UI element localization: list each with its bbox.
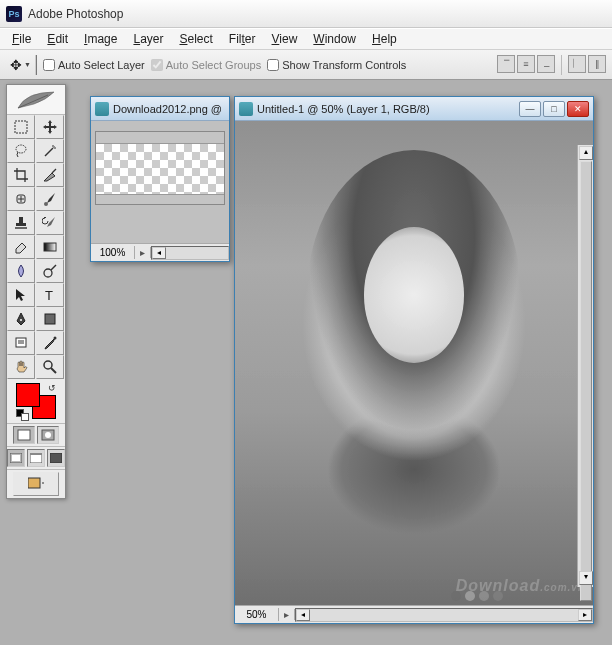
auto-select-groups-label: Auto Select Groups xyxy=(166,59,261,71)
menu-layer[interactable]: Layer xyxy=(125,30,171,48)
doc1-titlebar[interactable]: Download2012.png @ xyxy=(91,97,229,121)
menu-filter[interactable]: Filter xyxy=(221,30,264,48)
scroll-left-icon[interactable]: ◂ xyxy=(296,609,310,621)
quickmask-row xyxy=(7,423,65,446)
move-tool-icon: ✥ xyxy=(10,57,22,73)
current-tool-indicator[interactable]: ✥ ▼ xyxy=(6,55,37,75)
default-colors-icon[interactable] xyxy=(16,409,26,419)
crop-tool[interactable] xyxy=(7,163,35,187)
quickmask-icon xyxy=(41,429,55,441)
screen-full-button[interactable] xyxy=(47,449,65,467)
toolbox-header[interactable] xyxy=(7,85,65,115)
close-button[interactable]: ✕ xyxy=(567,101,589,117)
auto-select-groups-checkbox[interactable]: Auto Select Groups xyxy=(151,59,261,71)
lasso-tool[interactable] xyxy=(7,139,35,163)
menu-select[interactable]: Select xyxy=(171,30,220,48)
shape-tool[interactable] xyxy=(36,307,64,331)
svg-text:T: T xyxy=(45,288,53,303)
doc2-vscrollbar[interactable]: ▴ ▾ xyxy=(577,145,593,587)
menu-window[interactable]: Window xyxy=(305,30,364,48)
screen-standard-button[interactable] xyxy=(7,449,25,467)
scroll-left-icon[interactable]: ◂ xyxy=(152,247,166,259)
menu-file[interactable]: File xyxy=(4,30,39,48)
doc2-image-content: Download.com.vn xyxy=(235,121,593,605)
foreground-color-swatch[interactable] xyxy=(16,383,40,407)
document-icon xyxy=(95,102,109,116)
standard-mode-button[interactable] xyxy=(13,426,35,444)
doc2-hscrollbar[interactable]: ◂ ▸ xyxy=(295,608,593,622)
show-transform-label: Show Transform Controls xyxy=(282,59,406,71)
toolbox-panel[interactable]: T ↺ xyxy=(6,84,66,499)
jump-row xyxy=(7,469,65,498)
blur-tool[interactable] xyxy=(7,259,35,283)
document-window-1[interactable]: Download2012.png @ 100% ▸ ◂ xyxy=(90,96,230,262)
maximize-button[interactable]: □ xyxy=(543,101,565,117)
imageready-icon xyxy=(28,476,44,492)
doc2-titlebar[interactable]: Untitled-1 @ 50% (Layer 1, RGB/8) ― □ ✕ xyxy=(235,97,593,121)
align-top-button[interactable]: ⎺ xyxy=(497,55,515,73)
svg-rect-8 xyxy=(15,227,27,229)
doc1-status-menu[interactable]: ▸ xyxy=(135,247,151,258)
hand-tool[interactable] xyxy=(7,355,35,379)
menu-image[interactable]: Image xyxy=(76,30,125,48)
zoom-tool[interactable] xyxy=(36,355,64,379)
close-icon: ✕ xyxy=(574,104,582,114)
menu-help[interactable]: Help xyxy=(364,30,405,48)
titlebar: Ps Adobe Photoshop xyxy=(0,0,612,28)
screen-full-menu-button[interactable] xyxy=(27,449,45,467)
heal-tool[interactable] xyxy=(7,187,35,211)
menu-view[interactable]: View xyxy=(264,30,306,48)
window-menubar-icon xyxy=(30,453,42,463)
scroll-down-icon[interactable]: ▾ xyxy=(579,571,593,585)
doc1-statusbar: 100% ▸ ◂ xyxy=(91,243,229,261)
gradient-tool[interactable] xyxy=(36,235,64,259)
minimize-icon: ― xyxy=(526,104,535,114)
doc1-canvas[interactable] xyxy=(91,121,229,243)
align-bottom-button[interactable]: ⎽ xyxy=(537,55,555,73)
show-transform-checkbox[interactable]: Show Transform Controls xyxy=(267,59,406,71)
auto-select-layer-input[interactable] xyxy=(43,59,55,71)
stamp-tool[interactable] xyxy=(7,211,35,235)
align-left-button[interactable]: ⎸ xyxy=(568,55,586,73)
history-brush-tool[interactable] xyxy=(36,211,64,235)
quickmask-mode-button[interactable] xyxy=(37,426,59,444)
jump-to-imageready-button[interactable] xyxy=(13,472,59,496)
wand-tool[interactable] xyxy=(36,139,64,163)
eraser-tool[interactable] xyxy=(7,235,35,259)
window-buttons: ― □ ✕ xyxy=(519,101,589,117)
doc1-hscrollbar[interactable]: ◂ xyxy=(151,246,229,260)
slice-tool[interactable] xyxy=(36,163,64,187)
document-window-2[interactable]: Untitled-1 @ 50% (Layer 1, RGB/8) ― □ ✕ … xyxy=(234,96,594,624)
swap-colors-icon[interactable]: ↺ xyxy=(48,383,56,393)
svg-rect-25 xyxy=(12,455,20,461)
type-tool[interactable]: T xyxy=(36,283,64,307)
document-icon xyxy=(239,102,253,116)
marquee-tool[interactable] xyxy=(7,115,35,139)
doc2-zoom-field[interactable]: 50% xyxy=(235,608,279,621)
doc2-status-menu[interactable]: ▸ xyxy=(279,609,295,620)
minimize-button[interactable]: ― xyxy=(519,101,541,117)
feather-icon xyxy=(16,90,56,110)
doc2-canvas[interactable]: Download.com.vn ▴ ▾ xyxy=(235,121,593,605)
separator xyxy=(561,55,562,75)
svg-line-3 xyxy=(52,169,56,173)
doc1-zoom-field[interactable]: 100% xyxy=(91,246,135,259)
eyedropper-tool[interactable] xyxy=(36,331,64,355)
move-tool[interactable] xyxy=(36,115,64,139)
scroll-up-icon[interactable]: ▴ xyxy=(579,146,593,160)
show-transform-input[interactable] xyxy=(267,59,279,71)
svg-point-18 xyxy=(54,337,57,340)
vscroll-thumb[interactable] xyxy=(580,161,592,601)
menu-edit[interactable]: Edit xyxy=(39,30,76,48)
pen-tool[interactable] xyxy=(7,307,35,331)
notes-tool[interactable] xyxy=(7,331,35,355)
brush-tool[interactable] xyxy=(36,187,64,211)
path-select-tool[interactable] xyxy=(7,283,35,307)
maximize-icon: □ xyxy=(551,104,556,114)
scroll-right-icon[interactable]: ▸ xyxy=(578,609,592,621)
auto-select-layer-checkbox[interactable]: Auto Select Layer xyxy=(43,59,145,71)
svg-rect-21 xyxy=(18,430,30,440)
align-hcenter-button[interactable]: ∥ xyxy=(588,55,606,73)
align-vcenter-button[interactable]: ≡ xyxy=(517,55,535,73)
dodge-tool[interactable] xyxy=(36,259,64,283)
